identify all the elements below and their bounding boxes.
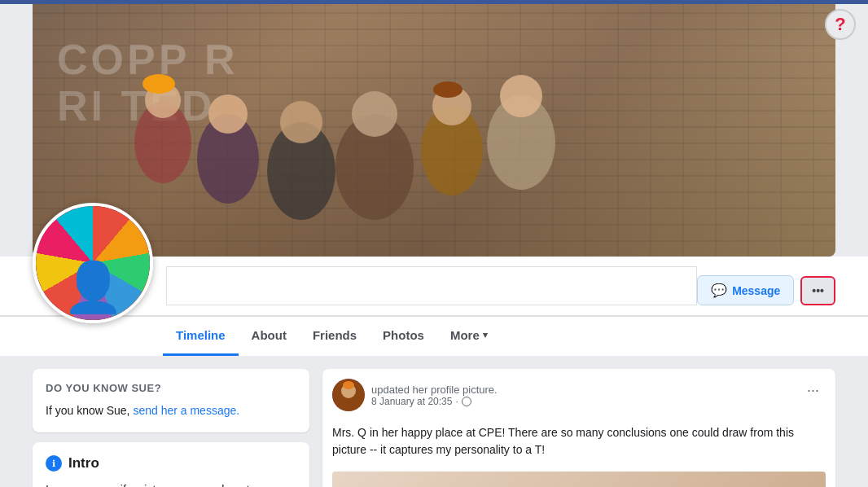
profile-info-row: 💬 Message ••• [0,257,868,316]
message-button[interactable]: 💬 Message [697,275,794,305]
post-card: updated her profile picture. 8 January a… [322,369,835,487]
question-mark-icon: ? [835,14,845,35]
intro-bio: I am a mom, wife, sister, super cool aun… [46,481,296,487]
svg-point-15 [46,241,147,318]
more-tab-label: More [450,328,480,342]
svg-point-17 [47,230,146,323]
profile-avatar[interactable] [33,203,153,323]
post-avatar-image [332,379,365,411]
svg-point-2 [142,74,175,94]
post-author: updated her profile picture. 8 January a… [332,379,498,411]
svg-point-20 [73,228,119,274]
intro-header: ℹ Intro [46,455,296,472]
timeline-tab-label: Timeline [176,328,226,342]
post-body: Mrs. Q in her happy place at CPE! There … [332,418,826,465]
svg-point-4 [208,94,248,134]
dots-icon: ••• [812,284,824,297]
intro-title: Intro [68,455,99,472]
svg-point-6 [280,101,322,143]
more-options-button[interactable]: ••• [800,276,835,305]
svg-point-21 [78,219,114,242]
left-column: DO YOU KNOW SUE? If you know Sue, send h… [33,369,309,487]
profile-card: COPP R RI TED [0,4,868,356]
post-header: updated her profile picture. 8 January a… [332,379,826,411]
intro-box: ℹ Intro I am a mom, wife, sister, super … [33,442,309,487]
help-button[interactable]: ? [825,9,856,40]
globe-icon [462,397,471,406]
svg-point-16 [52,254,140,314]
globe-privacy-icon: · [455,396,458,407]
know-sue-text: If you know Sue, send her a message. [46,402,296,419]
profile-name-area [166,257,697,315]
about-tab-label: About [252,328,287,342]
messenger-icon: 💬 [711,283,727,298]
profile-avatar-wrapper [33,260,153,323]
post-date: 8 January at 20:35 [371,396,452,407]
profile-name-box [166,266,697,305]
people-silhouette [33,45,835,257]
post-updated-text: updated her profile picture. [371,384,498,396]
friends-tab-label: Friends [313,328,357,342]
right-column: updated her profile picture. 8 January a… [322,369,835,487]
tab-more[interactable]: More ▾ [437,317,501,356]
photos-tab-label: Photos [383,328,424,342]
svg-point-18 [51,243,140,318]
cover-photo[interactable]: COPP R RI TED [33,4,835,257]
svg-point-13 [500,75,542,117]
message-label: Message [732,284,780,297]
tab-photos[interactable]: Photos [370,317,437,356]
know-sue-title: DO YOU KNOW SUE? [46,382,296,394]
more-chevron-icon: ▾ [483,330,488,340]
svg-point-8 [352,91,397,137]
tab-timeline[interactable]: Timeline [163,317,239,356]
info-icon: ℹ [52,458,55,469]
tab-about[interactable]: About [239,317,300,356]
svg-point-11 [433,81,462,98]
tab-friends[interactable]: Friends [300,317,370,356]
svg-point-19 [46,239,146,311]
post-meta: updated her profile picture. 8 January a… [371,384,498,407]
post-options-button[interactable]: ··· [800,379,826,402]
know-sue-intro: If you know Sue, [46,404,133,417]
help-icon-container[interactable]: ? [822,7,858,42]
svg-point-14 [36,206,153,323]
send-message-link[interactable]: send her a message. [133,404,239,417]
svg-point-25 [343,381,354,389]
svg-rect-22 [78,229,114,235]
page-container: COPP R RI TED [0,4,868,487]
intro-icon: ℹ [46,455,62,472]
know-sue-box: DO YOU KNOW SUE? If you know Sue, send h… [33,369,309,432]
post-timestamp: 8 January at 20:35 · [371,396,498,407]
profile-actions: 💬 Message ••• [697,265,835,315]
avatar-image [36,206,153,323]
main-content: DO YOU KNOW SUE? If you know Sue, send h… [0,356,868,487]
post-avatar[interactable] [332,379,365,411]
post-image [332,472,826,487]
